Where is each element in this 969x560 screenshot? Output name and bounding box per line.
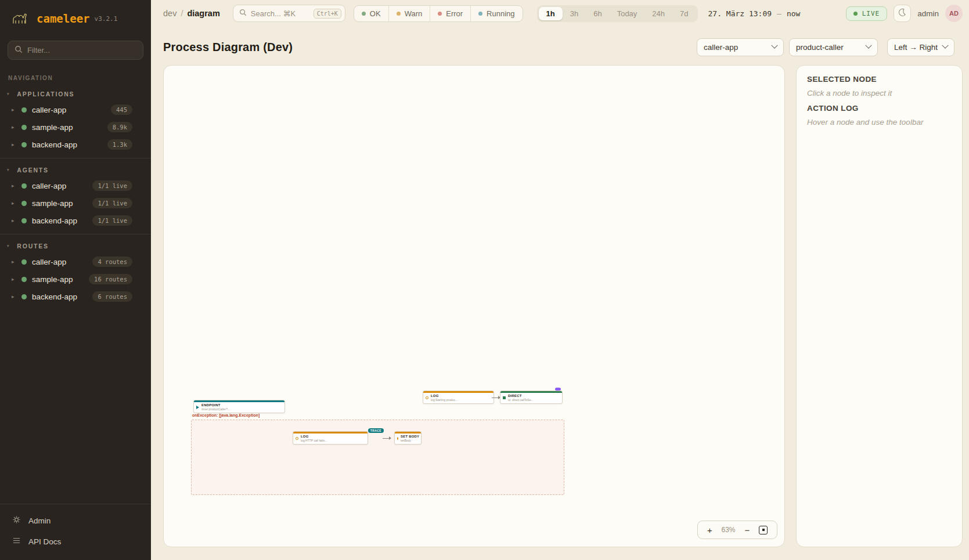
breadcrumb-parent[interactable]: dev — [163, 9, 176, 18]
node-title: DIRECT — [508, 394, 534, 398]
chevron-right-icon: ▸ — [12, 124, 16, 130]
diagram-node-direct[interactable]: DIRECT to: direct:callToSe... — [500, 391, 563, 404]
time-range-7d[interactable]: 7d — [672, 7, 696, 20]
diagram-node-log-2[interactable]: TRACE LOG log:HTTP call failin... — [293, 431, 368, 445]
warn-status-dot — [397, 12, 401, 16]
filter-chip-warn[interactable]: Warn — [388, 6, 430, 21]
search-icon — [239, 8, 247, 19]
section-header-applications[interactable]: ▾ APPLICATIONS — [0, 88, 151, 101]
log-icon — [426, 396, 428, 399]
filter-chip-ok[interactable]: OK — [354, 6, 388, 21]
fit-view-button[interactable] — [759, 526, 768, 534]
chevron-right-icon: ▸ — [12, 107, 16, 113]
trace-badge: TRACE — [368, 428, 384, 433]
ok-status-dot — [362, 12, 366, 16]
node-subtitle: log:Starting produc... — [431, 398, 458, 402]
sidebar-item-caller-app[interactable]: ▸ caller-app 445 — [0, 101, 151, 118]
live-dot — [853, 12, 858, 16]
chevron-right-icon: ▸ — [12, 259, 16, 265]
section-label: APPLICATIONS — [17, 91, 74, 97]
item-label: backend-app — [32, 292, 87, 301]
chip-label: Running — [487, 9, 514, 18]
theme-toggle-button[interactable] — [894, 5, 911, 22]
section-agents: ▾ AGENTS ▸ caller-app 1/1 live ▸ sample-… — [0, 158, 151, 234]
sidebar: cameleer v3.2.1 NAVIGATION ▾ APPLICATION… — [0, 0, 151, 560]
sidebar-item-backend-app[interactable]: ▸ backend-app 1.3k — [0, 136, 151, 153]
live-badge: 1/1 live — [92, 180, 132, 191]
breadcrumb-current: diagram — [187, 9, 219, 18]
diagram-canvas[interactable]: onException: [java.lang.Exception] ENDPO… — [163, 65, 785, 547]
section-routes: ▾ ROUTES ▸ caller-app 4 routes ▸ sample-… — [0, 234, 151, 310]
sidebar-item-caller-app-agent[interactable]: ▸ caller-app 1/1 live — [0, 177, 151, 194]
chevron-right-icon: ▸ — [12, 218, 16, 223]
sidebar-item-backend-app-routes[interactable]: ▸ backend-app 6 routes — [0, 288, 151, 305]
running-status-dot — [478, 12, 482, 16]
time-range-1h[interactable]: 1h — [539, 7, 563, 20]
direction-select[interactable]: Left → Right — [887, 38, 954, 56]
section-header-routes[interactable]: ▾ ROUTES — [0, 240, 151, 253]
date-range-display[interactable]: 27. März 13:09 – now — [708, 9, 801, 18]
shortcut-key-badge: Ctrl+K — [314, 9, 341, 19]
route-select[interactable]: product-caller — [789, 38, 878, 56]
routes-badge: 16 routes — [89, 274, 132, 284]
time-range-24h[interactable]: 24h — [644, 7, 672, 20]
sidebar-filter[interactable] — [8, 41, 143, 60]
node-subtitle: timer:productCaller?... — [201, 407, 230, 411]
sidebar-item-sample-app-routes[interactable]: ▸ sample-app 16 routes — [0, 270, 151, 288]
error-status-dot — [438, 12, 442, 16]
breadcrumb-separator: / — [181, 9, 183, 18]
app-select[interactable]: caller-app — [697, 38, 784, 56]
sidebar-item-sample-app-agent[interactable]: ▸ sample-app 1/1 live — [0, 194, 151, 212]
item-label: sample-app — [32, 199, 87, 208]
global-search[interactable]: Search... ⌘K Ctrl+K — [233, 5, 345, 22]
content-header: Process Diagram (Dev) caller-app product… — [163, 37, 954, 57]
live-badge: 1/1 live — [92, 215, 132, 226]
sidebar-item-api-docs[interactable]: API Docs — [0, 531, 151, 552]
section-header-agents[interactable]: ▾ AGENTS — [0, 164, 151, 177]
section-label: ROUTES — [17, 243, 49, 250]
time-range-3h[interactable]: 3h — [563, 7, 586, 20]
user-avatar[interactable]: AD — [945, 5, 963, 22]
zoom-toolbar: + 63% − — [697, 521, 777, 539]
chevron-right-icon: ▸ — [12, 294, 16, 299]
date-separator: – — [777, 9, 781, 18]
topbar-right: LIVE admin AD — [846, 5, 963, 22]
sidebar-item-caller-app-routes[interactable]: ▸ caller-app 4 routes — [0, 253, 151, 270]
zoom-out-button[interactable]: − — [744, 526, 750, 534]
app-logo: cameleer v3.2.1 — [0, 0, 151, 36]
chevron-down-icon — [771, 42, 777, 49]
node-title: ENDPOINT — [201, 403, 230, 407]
username-label: admin — [917, 9, 939, 18]
date-to: now — [787, 9, 800, 18]
zoom-level: 63% — [722, 526, 736, 534]
search-icon — [15, 45, 23, 56]
filter-chip-running[interactable]: Running — [470, 6, 522, 21]
select-value: Left → Right — [894, 43, 938, 52]
nav-section-label: NAVIGATION — [0, 75, 151, 81]
status-filter-group: OK Warn Error Running — [354, 5, 523, 22]
sidebar-item-backend-app-agent[interactable]: ▸ backend-app 1/1 live — [0, 212, 151, 229]
edge-arrow — [492, 396, 500, 399]
time-range-today[interactable]: Today — [610, 7, 645, 20]
diagram-node-set-body[interactable]: SET BODY setBody — [394, 431, 422, 445]
diagram-node-endpoint[interactable]: ENDPOINT timer:productCaller?... — [193, 400, 285, 413]
time-range-6h[interactable]: 6h — [586, 7, 609, 20]
sidebar-item-admin[interactable]: Admin — [0, 510, 151, 531]
status-dot — [21, 142, 27, 147]
direct-icon — [503, 396, 506, 399]
list-icon — [12, 536, 21, 547]
status-dot — [21, 107, 27, 113]
filter-chip-error[interactable]: Error — [430, 6, 470, 21]
diagram-node-log-1[interactable]: LOG log:Starting produc... — [423, 391, 494, 404]
exception-label: onException: [java.lang.Exception] — [192, 413, 260, 417]
camel-logo-icon — [10, 8, 30, 29]
chevron-down-icon: ▾ — [7, 168, 10, 172]
section-label: AGENTS — [17, 167, 49, 174]
zoom-in-button[interactable]: + — [707, 526, 712, 534]
filter-input[interactable] — [27, 46, 136, 55]
item-label: sample-app — [32, 123, 102, 132]
count-badge: 445 — [111, 104, 132, 115]
sidebar-item-sample-app[interactable]: ▸ sample-app 8.9k — [0, 118, 151, 136]
live-badge: 1/1 live — [92, 198, 132, 208]
play-icon — [196, 406, 199, 409]
